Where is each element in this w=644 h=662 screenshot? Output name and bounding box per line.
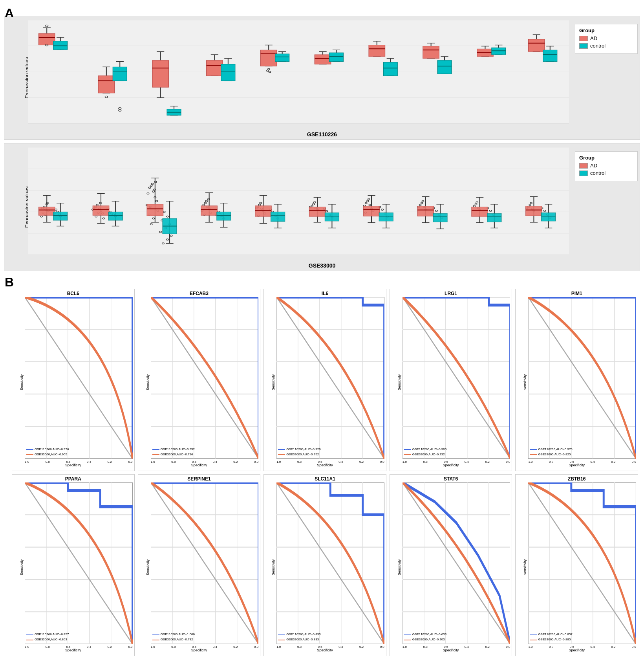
svg-point-204 — [150, 224, 152, 225]
ppara-ad-box — [315, 51, 331, 64]
svg-rect-13 — [39, 33, 55, 45]
bp2-lrg1-control — [217, 203, 231, 227]
svg-rect-111 — [529, 39, 545, 51]
bcl6-ad-box — [39, 25, 55, 46]
svg-rect-31 — [113, 67, 127, 81]
roc-title-zbtb16: ZBTB16 — [517, 476, 636, 482]
svg-point-294 — [368, 198, 370, 200]
bp1-xlabel: GSE110226 — [307, 131, 337, 138]
svg-point-190 — [150, 185, 152, 187]
bp2-serpine1-ad — [363, 195, 379, 222]
bp2-stat6-ad — [472, 197, 488, 223]
bp2-bcl6-ad — [39, 195, 55, 222]
svg-rect-283 — [309, 207, 326, 216]
bp2-slc11a1-control — [433, 204, 447, 229]
svg-point-316 — [422, 200, 424, 202]
roc-ylab-lrg1: Sensitivity — [397, 374, 401, 390]
svg-point-191 — [152, 191, 155, 193]
svg-point-350 — [529, 204, 531, 206]
svg-rect-58 — [261, 50, 277, 66]
svg-point-314 — [419, 204, 421, 206]
svg-point-203 — [152, 218, 155, 219]
roc-svg-stat6 — [402, 482, 510, 644]
svg-rect-101 — [477, 49, 493, 57]
bp2-plot-area: -1.0 -0.5 0.0 0.5 1.0 1.5 — [28, 147, 569, 255]
bp2-pim1-control — [271, 204, 285, 228]
svg-point-248 — [258, 204, 261, 206]
svg-point-173 — [102, 218, 105, 219]
svg-rect-53 — [221, 64, 235, 81]
roc-cell-bcl6: BCL6 — [12, 289, 135, 471]
roc-legend-il6: GSE110266,AUC=0.929 GSE33000,AUC=0.752 — [278, 447, 320, 457]
boxplot-gse110226: Expression values 4 6 8 10 12 — [4, 16, 640, 140]
legend2-control-box — [579, 171, 588, 176]
svg-point-276 — [326, 211, 328, 212]
svg-point-274 — [314, 202, 316, 203]
svg-point-252 — [260, 202, 262, 204]
svg-point-151 — [55, 209, 57, 211]
bp1-svg: 4 6 8 10 12 — [28, 20, 569, 124]
bp2-legend-title: Group — [579, 155, 633, 161]
roc-svg-bcl6 — [25, 297, 133, 459]
roc-cell-zbtb16: ZBTB16 — [515, 474, 638, 656]
bp2-lrg1-ad — [201, 193, 217, 222]
svg-point-147 — [40, 216, 43, 217]
bp2-svg: -1.0 -0.5 0.0 0.5 1.0 1.5 — [28, 147, 569, 255]
bcl6-control-box — [53, 37, 68, 50]
stat6-control-box — [492, 45, 506, 55]
roc-ylab-pim1: Sensitivity — [523, 374, 527, 390]
roc-xlab-slc11a1: Specificity — [317, 648, 333, 652]
bp1-legend: Group AD control — [575, 24, 638, 54]
svg-rect-38 — [152, 61, 168, 87]
roc-title-lrg1: LRG1 — [392, 291, 510, 296]
roc-svg-pim1 — [528, 297, 636, 459]
svg-point-290 — [367, 200, 369, 202]
legend-control-label: control — [590, 43, 606, 49]
bp1-legend-ad: AD — [579, 35, 633, 41]
slc11a1-ad-box — [423, 43, 439, 59]
svg-point-354 — [530, 202, 532, 204]
bp2-ppara-control — [325, 204, 339, 228]
bp1-legend-title: Group — [579, 28, 633, 33]
svg-rect-188 — [108, 212, 123, 220]
roc-ylab-slc11a1: Sensitivity — [271, 559, 275, 576]
roc-ylab-ppara: Sensitivity — [20, 559, 24, 576]
roc-legend-pim1: GSE110266,AUC=0.976 GSE33000,AUC=0.825 — [530, 447, 572, 457]
roc-ylab-bcl6: Sensitivity — [20, 374, 24, 390]
legend2-ad-box — [579, 163, 588, 169]
svg-point-33 — [119, 107, 121, 109]
roc-grid: BCL6 — [12, 289, 638, 656]
roc-title-slc11a1: SLC11A1 — [265, 476, 384, 482]
svg-point-318 — [435, 210, 438, 212]
roc-xlab-efcab3: Specificity — [191, 463, 207, 467]
svg-rect-96 — [437, 61, 452, 74]
roc-xlab-bcl6: Specificity — [65, 463, 81, 467]
efcab3-ad-box — [98, 67, 114, 98]
roc-title-serpine1: SERPINE1 — [140, 476, 259, 482]
svg-rect-71 — [315, 55, 331, 64]
svg-rect-363 — [526, 206, 542, 216]
bp2-efcab3-control — [108, 201, 123, 226]
svg-rect-162 — [53, 212, 68, 220]
roc-cell-slc11a1: SLC11A1 — [263, 474, 386, 656]
svg-rect-348 — [487, 213, 501, 222]
roc-svg-ppara — [25, 482, 133, 644]
bp2-slc11a1-ad — [417, 196, 434, 223]
roc-svg-serpine1 — [151, 482, 259, 644]
svg-point-61 — [267, 70, 269, 72]
bp2-pim1-ad — [255, 195, 271, 223]
roc-svg-slc11a1 — [276, 482, 384, 644]
roc-cell-pim1: PIM1 — [515, 289, 638, 471]
zbtb16-ad-box — [529, 35, 545, 51]
serpine1-ad-box — [369, 41, 385, 57]
roc-ylab-serpine1: Sensitivity — [146, 559, 150, 576]
svg-point-291 — [369, 204, 371, 206]
pim1-ad-box — [261, 45, 277, 73]
svg-point-60 — [267, 68, 270, 70]
il6-ad-box — [152, 51, 168, 97]
svg-rect-157 — [39, 207, 55, 216]
roc-cell-stat6: STAT6 — [390, 474, 512, 656]
svg-rect-183 — [93, 206, 109, 215]
legend-control-box — [579, 43, 588, 49]
svg-rect-91 — [423, 46, 439, 59]
